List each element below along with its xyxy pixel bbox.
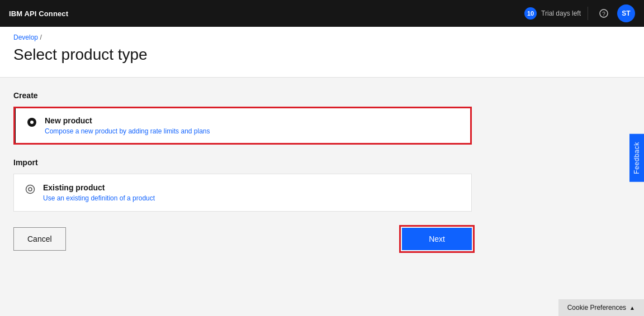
page-title: Select product type: [13, 46, 631, 64]
import-section-label: Import: [13, 158, 631, 167]
cancel-button[interactable]: Cancel: [13, 227, 66, 251]
cookie-preferences[interactable]: Cookie Preferences ▲: [558, 299, 644, 316]
cookie-prefs-label: Cookie Preferences: [567, 304, 626, 312]
new-product-title: New product: [45, 116, 210, 125]
topbar-divider: [588, 7, 588, 20]
next-button[interactable]: Next: [402, 228, 472, 250]
existing-product-icon: [25, 184, 35, 197]
button-row: Cancel Next: [13, 227, 472, 251]
feedback-label: Feedback: [633, 142, 641, 174]
avatar[interactable]: ST: [617, 4, 635, 22]
new-product-icon: [27, 117, 37, 130]
new-product-card-text: New product Compose a new product by add…: [45, 116, 210, 135]
topbar: IBM API Connect 10 Trial days left ? ST: [0, 0, 644, 27]
app-logo: IBM API Connect: [9, 9, 68, 18]
existing-product-desc: Use an existing definition of a product: [43, 194, 155, 202]
breadcrumb: Develop /: [13, 33, 631, 41]
import-section: Import Existing product Use an existing …: [13, 158, 631, 212]
breadcrumb-separator: /: [40, 33, 41, 41]
svg-point-5: [29, 188, 32, 191]
feedback-tab[interactable]: Feedback: [629, 134, 644, 182]
topbar-left: IBM API Connect: [9, 9, 68, 18]
trial-days-badge: 10: [524, 7, 537, 20]
main-content: Create New product Compose a new product…: [0, 78, 644, 264]
topbar-right: 10 Trial days left ? ST: [524, 4, 635, 22]
svg-point-3: [30, 121, 34, 124]
existing-product-title: Existing product: [43, 183, 155, 192]
new-product-card[interactable]: New product Compose a new product by add…: [13, 107, 472, 145]
trial-text: Trial days left: [541, 9, 581, 17]
help-icon: ?: [599, 9, 608, 18]
existing-product-card[interactable]: Existing product Use an existing definit…: [13, 174, 472, 212]
page-header: Develop / Select product type: [0, 27, 644, 78]
chevron-up-icon: ▲: [629, 305, 635, 311]
breadcrumb-root[interactable]: Develop: [13, 33, 38, 41]
svg-text:?: ?: [602, 11, 605, 17]
new-product-desc: Compose a new product by adding rate lim…: [45, 127, 210, 135]
help-button[interactable]: ?: [595, 4, 613, 22]
existing-product-card-text: Existing product Use an existing definit…: [43, 183, 155, 202]
create-section-label: Create: [13, 91, 631, 100]
svg-point-4: [26, 185, 35, 194]
